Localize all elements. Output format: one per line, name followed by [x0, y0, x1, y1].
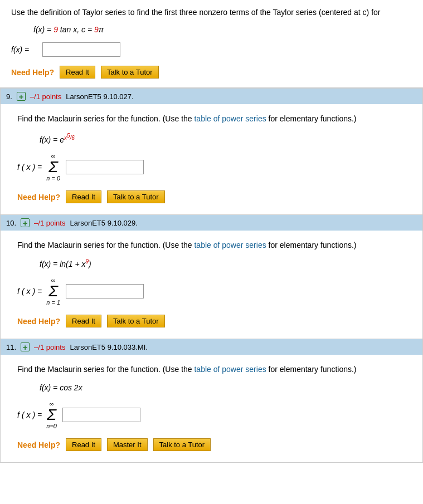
problem-9-table-link[interactable]: table of power series — [194, 114, 266, 123]
problem-9-read-it-button[interactable]: Read It — [66, 190, 101, 203]
problem-9-body: Find the Maclaurin series for the functi… — [1, 104, 422, 214]
problem-11-sigma: ∞ Σ n=0 — [46, 400, 57, 429]
problem-9-need-help-row: Need Help? Read It Talk to a Tutor — [17, 190, 411, 203]
problem-10-id: LarsonET5 9.10.029. — [70, 219, 137, 227]
top-section: Use the definition of Taylor series to f… — [0, 0, 423, 88]
problem-10-sigma: ∞ Σ n = 1 — [46, 277, 60, 306]
problem-10-table-link[interactable]: table of power series — [194, 241, 266, 249]
problem-9-plus-icon[interactable]: + — [17, 92, 26, 101]
problem-11-section: 11. + –/1 points LarsonET5 9.10.033.MI. … — [0, 339, 423, 463]
problem-9-header: 9. + –/1 points LarsonET5 9.10.027. — [1, 89, 422, 104]
problem-10-talk-to-tutor-button[interactable]: Talk to a Tutor — [107, 315, 165, 327]
top-need-help-row: Need Help? Read It Talk to a Tutor — [11, 66, 412, 79]
problem-11-answer-input[interactable] — [62, 408, 140, 422]
problem-9-id: LarsonET5 9.10.027. — [66, 92, 133, 101]
problem-11-talk-to-tutor-button[interactable]: Talk to a Tutor — [153, 438, 211, 451]
top-answer-label: f(x) = — [11, 45, 39, 54]
problem-10-plus-icon[interactable]: + — [21, 218, 30, 227]
problem-9-function: f(x) = ex5/6 — [40, 130, 411, 147]
problem-10-read-it-button[interactable]: Read It — [66, 315, 101, 327]
problem-11-points: –/1 points — [34, 343, 65, 351]
top-read-it-button[interactable]: Read It — [60, 66, 95, 79]
problem-9-answer-row: f(x) = ∞ Σ n = 0 — [17, 153, 411, 182]
problem-11-number: 11. — [6, 343, 16, 351]
problem-9-intro: Find the Maclaurin series for the functi… — [17, 113, 411, 125]
problem-9-sigma: ∞ Σ n = 0 — [46, 153, 60, 182]
problem-10-sigma-symbol: Σ — [48, 283, 58, 299]
problem-10-need-help-label: Need Help? — [17, 317, 60, 326]
top-function: f(x) = 9 tan x, c = 9π — [33, 23, 412, 37]
problem-9-points: –/1 points — [30, 92, 61, 101]
problem-9-sigma-symbol: Σ — [48, 159, 58, 175]
top-need-help-label: Need Help? — [11, 68, 54, 77]
problem-11-need-help-label: Need Help? — [17, 441, 60, 449]
problem-11-read-it-button[interactable]: Read It — [66, 438, 101, 451]
problem-11-header: 11. + –/1 points LarsonET5 9.10.033.MI. — [1, 339, 422, 355]
problem-11-answer-row: f(x) = ∞ Σ n=0 — [17, 400, 411, 429]
problem-9-talk-to-tutor-button[interactable]: Talk to a Tutor — [107, 190, 165, 203]
problem-11-plus-icon[interactable]: + — [21, 342, 30, 351]
problem-10-intro: Find the Maclaurin series for the functi… — [17, 239, 411, 251]
problem-10-function: f(x) = ln(1 + x9) — [40, 257, 411, 271]
top-answer-row: f(x) = — [11, 42, 412, 57]
problem-11-master-it-button[interactable]: Master It — [107, 438, 148, 451]
problem-10-header: 10. + –/1 points LarsonET5 9.10.029. — [1, 215, 422, 231]
problem-11-id: LarsonET5 9.10.033.MI. — [70, 343, 147, 351]
top-answer-input[interactable] — [42, 42, 120, 57]
problem-9-need-help-label: Need Help? — [17, 193, 60, 202]
problem-10-answer-label: f(x) = ∞ Σ n = 1 — [17, 277, 62, 306]
top-talk-to-tutor-button[interactable]: Talk to a Tutor — [101, 66, 159, 79]
problem-11-need-help-row: Need Help? Read It Master It Talk to a T… — [17, 438, 411, 451]
problem-11-table-link[interactable]: table of power series — [194, 365, 266, 374]
problem-9-answer-input[interactable] — [66, 160, 144, 174]
problem-9-answer-label: f(x) = ∞ Σ n = 0 — [17, 153, 62, 182]
problem-10-body: Find the Maclaurin series for the functi… — [1, 231, 422, 339]
problem-10-number: 10. — [6, 219, 16, 227]
problem-11-body: Find the Maclaurin series for the functi… — [1, 355, 422, 462]
problem-11-function: f(x) = cos 2x — [40, 381, 411, 395]
problem-10-need-help-row: Need Help? Read It Talk to a Tutor — [17, 315, 411, 327]
problem-11-sigma-symbol: Σ — [47, 407, 56, 423]
problem-11-intro: Find the Maclaurin series for the functi… — [17, 364, 411, 375]
problem-10-points: –/1 points — [34, 219, 65, 227]
problem-9-section: 9. + –/1 points LarsonET5 9.10.027. Find… — [0, 88, 423, 215]
top-intro-text: Use the definition of Taylor series to f… — [11, 7, 412, 18]
problem-10-answer-input[interactable] — [66, 284, 144, 299]
problem-11-answer-label: f(x) = ∞ Σ n=0 — [17, 400, 59, 429]
problem-10-answer-row: f(x) = ∞ Σ n = 1 — [17, 277, 411, 306]
problem-9-number: 9. — [6, 92, 12, 101]
intro-text: Use the definition of Taylor series to f… — [11, 8, 380, 17]
problem-10-section: 10. + –/1 points LarsonET5 9.10.029. Fin… — [0, 215, 423, 339]
